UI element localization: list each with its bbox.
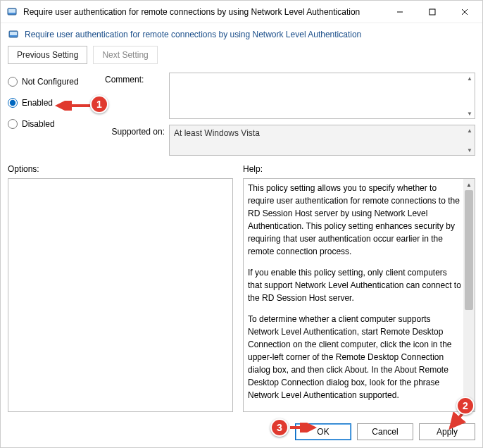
help-panel: Help: This policy setting allows you to … xyxy=(243,163,475,412)
app-icon xyxy=(6,6,18,18)
titlebar: Require user authentication for remote c… xyxy=(1,1,482,23)
comment-row: Comment: ▲ ▼ xyxy=(105,73,475,119)
radio-not-configured-label: Not Configured xyxy=(22,77,79,87)
supported-value: At least Windows Vista xyxy=(174,128,260,138)
radio-enabled-label: Enabled xyxy=(22,98,53,108)
policy-icon xyxy=(8,29,19,40)
help-box: This policy setting allows you to specif… xyxy=(243,178,475,412)
next-setting-button[interactable]: Next Setting xyxy=(93,46,157,64)
comment-textarea[interactable]: ▲ ▼ xyxy=(169,73,475,119)
annotation-2: 2 xyxy=(456,397,475,415)
policy-header: Require user authentication for remote c… xyxy=(1,23,482,46)
scroll-down-icon[interactable]: ▼ xyxy=(465,145,475,155)
comment-scrollbar[interactable]: ▲ ▼ xyxy=(465,73,475,118)
config-row: Not Configured Enabled Disabled Comment:… xyxy=(1,70,482,163)
radio-enabled-input[interactable] xyxy=(8,98,18,108)
scroll-down-icon[interactable]: ▼ xyxy=(465,108,475,118)
svg-rect-1 xyxy=(8,9,15,13)
scroll-track[interactable] xyxy=(463,190,475,400)
scroll-up-icon[interactable]: ▲ xyxy=(463,179,475,190)
scroll-up-icon[interactable]: ▲ xyxy=(465,125,475,135)
apply-button[interactable]: Apply xyxy=(419,423,475,440)
lower-panels: Options: Help: This policy setting allow… xyxy=(1,163,482,416)
minimize-button[interactable] xyxy=(384,1,416,23)
policy-title: Require user authentication for remote c… xyxy=(25,30,361,39)
close-button[interactable] xyxy=(448,1,481,23)
comment-label: Comment: xyxy=(105,73,165,85)
window-buttons xyxy=(384,1,481,23)
help-text: This policy setting allows you to specif… xyxy=(248,182,462,409)
supported-row: Supported on: At least Windows Vista ▲ ▼ xyxy=(105,125,475,156)
dialog-window: Require user authentication for remote c… xyxy=(0,0,483,448)
dialog-footer: OK Cancel Apply xyxy=(1,416,482,447)
help-p1: This policy setting allows you to specif… xyxy=(248,182,462,258)
help-label: Help: xyxy=(243,163,475,175)
scroll-thumb[interactable] xyxy=(465,190,473,310)
setting-nav: Previous Setting Next Setting xyxy=(1,46,482,70)
annotation-3: 3 xyxy=(270,418,289,437)
supported-box: At least Windows Vista ▲ ▼ xyxy=(169,125,475,156)
supported-scrollbar[interactable]: ▲ ▼ xyxy=(465,125,475,155)
radio-disabled-label: Disabled xyxy=(22,119,55,129)
svg-rect-7 xyxy=(10,32,17,35)
options-panel: Options: xyxy=(8,163,233,412)
previous-setting-button[interactable]: Previous Setting xyxy=(8,46,87,64)
cancel-button[interactable]: Cancel xyxy=(357,423,413,440)
help-p2: If you enable this policy setting, only … xyxy=(248,266,462,304)
radio-not-configured-input[interactable] xyxy=(8,77,18,87)
help-scrollbar[interactable]: ▲ ▼ xyxy=(463,179,475,411)
supported-label: Supported on: xyxy=(105,125,165,137)
options-box[interactable] xyxy=(8,178,233,412)
maximize-button[interactable] xyxy=(416,1,448,23)
radio-disabled-input[interactable] xyxy=(8,119,18,129)
options-label: Options: xyxy=(8,163,233,175)
annotation-1: 1 xyxy=(90,95,108,113)
help-p3: To determine whether a client computer s… xyxy=(248,313,462,402)
window-title: Require user authentication for remote c… xyxy=(23,7,384,17)
ok-button[interactable]: OK xyxy=(295,423,351,440)
scroll-up-icon[interactable]: ▲ xyxy=(465,73,475,83)
svg-rect-3 xyxy=(429,9,435,15)
